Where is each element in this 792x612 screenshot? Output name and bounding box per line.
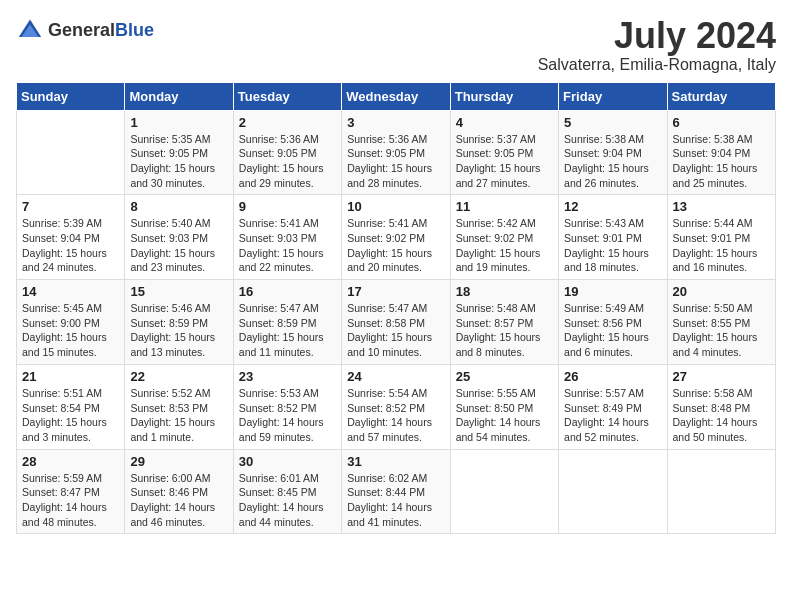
week-row-4: 21Sunrise: 5:51 AMSunset: 8:54 PMDayligh… bbox=[17, 364, 776, 449]
day-number: 4 bbox=[456, 115, 553, 130]
day-info: Sunrise: 5:46 AMSunset: 8:59 PMDaylight:… bbox=[130, 301, 227, 360]
day-cell: 28Sunrise: 5:59 AMSunset: 8:47 PMDayligh… bbox=[17, 449, 125, 534]
week-row-5: 28Sunrise: 5:59 AMSunset: 8:47 PMDayligh… bbox=[17, 449, 776, 534]
header-sunday: Sunday bbox=[17, 82, 125, 110]
day-number: 7 bbox=[22, 199, 119, 214]
day-cell: 18Sunrise: 5:48 AMSunset: 8:57 PMDayligh… bbox=[450, 280, 558, 365]
logo-blue: Blue bbox=[115, 20, 154, 40]
day-cell: 8Sunrise: 5:40 AMSunset: 9:03 PMDaylight… bbox=[125, 195, 233, 280]
day-number: 14 bbox=[22, 284, 119, 299]
day-info: Sunrise: 5:55 AMSunset: 8:50 PMDaylight:… bbox=[456, 386, 553, 445]
day-cell: 9Sunrise: 5:41 AMSunset: 9:03 PMDaylight… bbox=[233, 195, 341, 280]
day-number: 12 bbox=[564, 199, 661, 214]
day-number: 16 bbox=[239, 284, 336, 299]
day-number: 8 bbox=[130, 199, 227, 214]
day-info: Sunrise: 5:51 AMSunset: 8:54 PMDaylight:… bbox=[22, 386, 119, 445]
day-info: Sunrise: 5:45 AMSunset: 9:00 PMDaylight:… bbox=[22, 301, 119, 360]
day-number: 21 bbox=[22, 369, 119, 384]
day-cell: 22Sunrise: 5:52 AMSunset: 8:53 PMDayligh… bbox=[125, 364, 233, 449]
day-cell: 21Sunrise: 5:51 AMSunset: 8:54 PMDayligh… bbox=[17, 364, 125, 449]
day-number: 15 bbox=[130, 284, 227, 299]
day-cell: 17Sunrise: 5:47 AMSunset: 8:58 PMDayligh… bbox=[342, 280, 450, 365]
day-info: Sunrise: 5:37 AMSunset: 9:05 PMDaylight:… bbox=[456, 132, 553, 191]
calendar-table: SundayMondayTuesdayWednesdayThursdayFrid… bbox=[16, 82, 776, 535]
day-info: Sunrise: 5:47 AMSunset: 8:59 PMDaylight:… bbox=[239, 301, 336, 360]
day-number: 26 bbox=[564, 369, 661, 384]
day-info: Sunrise: 5:48 AMSunset: 8:57 PMDaylight:… bbox=[456, 301, 553, 360]
day-cell: 13Sunrise: 5:44 AMSunset: 9:01 PMDayligh… bbox=[667, 195, 775, 280]
day-info: Sunrise: 5:35 AMSunset: 9:05 PMDaylight:… bbox=[130, 132, 227, 191]
day-cell: 19Sunrise: 5:49 AMSunset: 8:56 PMDayligh… bbox=[559, 280, 667, 365]
day-number: 22 bbox=[130, 369, 227, 384]
day-number: 20 bbox=[673, 284, 770, 299]
day-info: Sunrise: 5:43 AMSunset: 9:01 PMDaylight:… bbox=[564, 216, 661, 275]
day-number: 17 bbox=[347, 284, 444, 299]
day-number: 19 bbox=[564, 284, 661, 299]
day-number: 11 bbox=[456, 199, 553, 214]
header-thursday: Thursday bbox=[450, 82, 558, 110]
day-number: 6 bbox=[673, 115, 770, 130]
page-header: GeneralBlue July 2024 Salvaterra, Emilia… bbox=[16, 16, 776, 74]
day-cell bbox=[667, 449, 775, 534]
day-cell: 16Sunrise: 5:47 AMSunset: 8:59 PMDayligh… bbox=[233, 280, 341, 365]
day-cell: 25Sunrise: 5:55 AMSunset: 8:50 PMDayligh… bbox=[450, 364, 558, 449]
day-info: Sunrise: 5:57 AMSunset: 8:49 PMDaylight:… bbox=[564, 386, 661, 445]
day-number: 30 bbox=[239, 454, 336, 469]
day-cell: 20Sunrise: 5:50 AMSunset: 8:55 PMDayligh… bbox=[667, 280, 775, 365]
day-number: 2 bbox=[239, 115, 336, 130]
day-cell: 15Sunrise: 5:46 AMSunset: 8:59 PMDayligh… bbox=[125, 280, 233, 365]
day-number: 24 bbox=[347, 369, 444, 384]
day-number: 23 bbox=[239, 369, 336, 384]
day-cell: 27Sunrise: 5:58 AMSunset: 8:48 PMDayligh… bbox=[667, 364, 775, 449]
header-wednesday: Wednesday bbox=[342, 82, 450, 110]
day-number: 10 bbox=[347, 199, 444, 214]
day-cell: 4Sunrise: 5:37 AMSunset: 9:05 PMDaylight… bbox=[450, 110, 558, 195]
day-cell: 10Sunrise: 5:41 AMSunset: 9:02 PMDayligh… bbox=[342, 195, 450, 280]
day-cell: 5Sunrise: 5:38 AMSunset: 9:04 PMDaylight… bbox=[559, 110, 667, 195]
day-info: Sunrise: 5:54 AMSunset: 8:52 PMDaylight:… bbox=[347, 386, 444, 445]
day-number: 18 bbox=[456, 284, 553, 299]
day-cell: 3Sunrise: 5:36 AMSunset: 9:05 PMDaylight… bbox=[342, 110, 450, 195]
day-info: Sunrise: 5:41 AMSunset: 9:03 PMDaylight:… bbox=[239, 216, 336, 275]
day-info: Sunrise: 5:59 AMSunset: 8:47 PMDaylight:… bbox=[22, 471, 119, 530]
day-info: Sunrise: 5:40 AMSunset: 9:03 PMDaylight:… bbox=[130, 216, 227, 275]
day-number: 28 bbox=[22, 454, 119, 469]
logo-icon bbox=[16, 16, 44, 44]
day-cell: 1Sunrise: 5:35 AMSunset: 9:05 PMDaylight… bbox=[125, 110, 233, 195]
day-cell: 30Sunrise: 6:01 AMSunset: 8:45 PMDayligh… bbox=[233, 449, 341, 534]
header-monday: Monday bbox=[125, 82, 233, 110]
week-row-2: 7Sunrise: 5:39 AMSunset: 9:04 PMDaylight… bbox=[17, 195, 776, 280]
day-info: Sunrise: 5:36 AMSunset: 9:05 PMDaylight:… bbox=[239, 132, 336, 191]
header-friday: Friday bbox=[559, 82, 667, 110]
day-number: 29 bbox=[130, 454, 227, 469]
header-saturday: Saturday bbox=[667, 82, 775, 110]
day-number: 1 bbox=[130, 115, 227, 130]
day-number: 5 bbox=[564, 115, 661, 130]
day-info: Sunrise: 5:58 AMSunset: 8:48 PMDaylight:… bbox=[673, 386, 770, 445]
day-cell: 26Sunrise: 5:57 AMSunset: 8:49 PMDayligh… bbox=[559, 364, 667, 449]
day-info: Sunrise: 5:49 AMSunset: 8:56 PMDaylight:… bbox=[564, 301, 661, 360]
day-number: 13 bbox=[673, 199, 770, 214]
day-cell: 31Sunrise: 6:02 AMSunset: 8:44 PMDayligh… bbox=[342, 449, 450, 534]
day-cell: 7Sunrise: 5:39 AMSunset: 9:04 PMDaylight… bbox=[17, 195, 125, 280]
day-info: Sunrise: 5:38 AMSunset: 9:04 PMDaylight:… bbox=[564, 132, 661, 191]
day-cell: 14Sunrise: 5:45 AMSunset: 9:00 PMDayligh… bbox=[17, 280, 125, 365]
title-block: July 2024 Salvaterra, Emilia-Romagna, It… bbox=[538, 16, 776, 74]
day-cell bbox=[17, 110, 125, 195]
day-info: Sunrise: 6:00 AMSunset: 8:46 PMDaylight:… bbox=[130, 471, 227, 530]
day-info: Sunrise: 5:53 AMSunset: 8:52 PMDaylight:… bbox=[239, 386, 336, 445]
header-tuesday: Tuesday bbox=[233, 82, 341, 110]
day-cell: 11Sunrise: 5:42 AMSunset: 9:02 PMDayligh… bbox=[450, 195, 558, 280]
day-info: Sunrise: 6:01 AMSunset: 8:45 PMDaylight:… bbox=[239, 471, 336, 530]
day-info: Sunrise: 5:38 AMSunset: 9:04 PMDaylight:… bbox=[673, 132, 770, 191]
day-cell: 6Sunrise: 5:38 AMSunset: 9:04 PMDaylight… bbox=[667, 110, 775, 195]
day-cell: 24Sunrise: 5:54 AMSunset: 8:52 PMDayligh… bbox=[342, 364, 450, 449]
day-cell: 23Sunrise: 5:53 AMSunset: 8:52 PMDayligh… bbox=[233, 364, 341, 449]
day-number: 27 bbox=[673, 369, 770, 384]
day-info: Sunrise: 5:42 AMSunset: 9:02 PMDaylight:… bbox=[456, 216, 553, 275]
calendar-header-row: SundayMondayTuesdayWednesdayThursdayFrid… bbox=[17, 82, 776, 110]
day-number: 3 bbox=[347, 115, 444, 130]
logo: GeneralBlue bbox=[16, 16, 154, 44]
day-cell: 29Sunrise: 6:00 AMSunset: 8:46 PMDayligh… bbox=[125, 449, 233, 534]
day-info: Sunrise: 5:39 AMSunset: 9:04 PMDaylight:… bbox=[22, 216, 119, 275]
